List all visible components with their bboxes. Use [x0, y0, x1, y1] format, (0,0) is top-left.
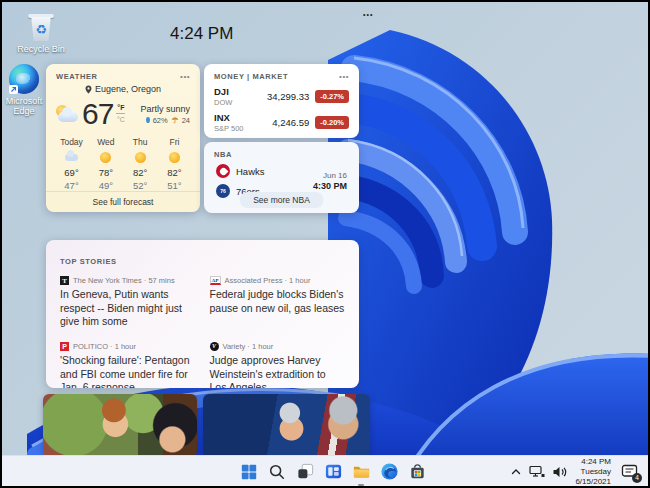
celsius-option[interactable]: °C	[117, 116, 125, 123]
weather-location[interactable]: Eugene, Oregon	[95, 84, 161, 94]
game-time: 4:30 PM	[313, 181, 347, 191]
windows-desktop: ♻ Recycle Bin Microsoft Edge 4:24 PM •••…	[0, 0, 650, 488]
nyt-source-icon: T	[60, 276, 69, 285]
story-headline: Federal judge blocks Biden's pause on ne…	[210, 288, 346, 315]
task-view-icon	[296, 462, 315, 481]
widgets-button[interactable]	[319, 456, 347, 487]
tray-date: 6/15/2021	[575, 477, 611, 487]
chevron-up-icon	[510, 466, 522, 478]
umbrella-icon	[171, 116, 179, 124]
edge-shortcut-icon[interactable]: Microsoft Edge	[2, 64, 46, 117]
location-pin-icon	[85, 85, 92, 94]
story-item-politico[interactable]: P POLITICO · 1 hour 'Shocking failure': …	[60, 342, 196, 388]
sun-icon	[135, 152, 146, 163]
story-item-variety[interactable]: V Variety · 1 hour Judge approves Harvey…	[210, 342, 346, 388]
see-full-forecast-link[interactable]: See full forecast	[46, 191, 200, 212]
story-meta: Variety · 1 hour	[223, 342, 274, 351]
microsoft-store-icon	[408, 462, 427, 481]
story-headline: In Geneva, Putin wants respect -- Biden …	[60, 288, 196, 329]
precipitation-drop-icon	[146, 117, 150, 123]
away-team-name: Hawks	[236, 166, 265, 177]
story-item-ap[interactable]: AP Associated Press · 1 hour Federal jud…	[210, 276, 346, 329]
notification-center-button[interactable]: 4	[618, 460, 642, 484]
speaker-icon	[552, 465, 568, 479]
tray-time: 4:24 PM	[575, 457, 611, 467]
edge-shortcut-label: Microsoft Edge	[2, 96, 46, 117]
edge-button[interactable]	[375, 456, 403, 487]
sun-icon	[169, 152, 180, 163]
away-team-row[interactable]: Hawks	[216, 164, 265, 178]
market-widget[interactable]: MONEY | MARKET ••• DJI DOW 34,299.33 -0.…	[204, 64, 359, 138]
search-icon	[268, 463, 286, 481]
widgets-panel-clock: 4:24 PM	[170, 24, 233, 44]
forecast-day-fri[interactable]: Fri 82° 51°	[158, 137, 191, 191]
market-title: MONEY | MARKET	[214, 72, 288, 81]
story-meta: The New York Times · 57 mins	[73, 276, 175, 285]
running-app-indicator	[358, 484, 364, 487]
microsoft-store-button[interactable]	[403, 456, 431, 487]
weather-title: WEATHER	[56, 72, 98, 81]
story-item-nyt[interactable]: T The New York Times · 57 mins In Geneva…	[60, 276, 196, 329]
forecast-day-thu[interactable]: Thu 82° 52°	[124, 137, 157, 191]
sixers-logo-icon: 76	[216, 184, 230, 198]
market-row-inx[interactable]: INX S&P 500 4,246.59 -0.20%	[204, 107, 359, 133]
story-headline: Judge approves Harvey Weinstein's extrad…	[210, 354, 346, 388]
news-photo-senators[interactable]	[203, 394, 370, 457]
cloud-icon	[65, 154, 78, 161]
story-headline: 'Shocking failure': Pentagon and FBI com…	[60, 354, 196, 388]
precipitation-value: 62%	[153, 116, 168, 125]
edge-icon	[380, 462, 399, 481]
start-button[interactable]	[235, 456, 263, 487]
taskbar: 4:24 PM Tuesday 6/15/2021 4	[2, 455, 648, 486]
windows-logo-icon	[240, 463, 258, 481]
network-button[interactable]	[529, 465, 545, 478]
nba-widget[interactable]: NBA Hawks 76 76ers Jun 16 4:30 PM See mo…	[204, 142, 359, 213]
change-badge: -0.27%	[315, 90, 349, 103]
widgets-icon	[324, 462, 343, 481]
network-icon	[529, 465, 545, 478]
story-meta: Associated Press · 1 hour	[225, 276, 311, 285]
search-button[interactable]	[263, 456, 291, 487]
fahrenheit-option[interactable]: °F	[117, 104, 124, 111]
market-menu-button[interactable]: •••	[339, 74, 349, 80]
recycle-bin-label: Recycle Bin	[12, 44, 70, 54]
notification-count-badge: 4	[632, 473, 642, 483]
recycle-symbol-icon: ♻	[30, 17, 52, 41]
see-more-nba-button[interactable]: See more NBA	[239, 192, 324, 208]
tray-day: Tuesday	[575, 467, 611, 477]
partly-sunny-icon	[54, 105, 80, 124]
weather-widget[interactable]: WEATHER ••• Eugene, Oregon 67 °F °C Part…	[46, 64, 200, 212]
hawks-logo-icon	[216, 164, 230, 178]
nba-title: NBA	[214, 150, 232, 159]
widgets-panel-menu-dots[interactable]: •••	[363, 11, 373, 18]
aqi-value: 24	[182, 116, 190, 125]
recycle-bin-icon[interactable]: ♻ Recycle Bin	[12, 14, 70, 54]
tray-chevron-button[interactable]	[510, 466, 522, 478]
forecast-day-wed[interactable]: Wed 78° 49°	[89, 137, 122, 191]
file-explorer-button[interactable]	[347, 456, 375, 487]
file-explorer-icon	[352, 462, 371, 481]
shortcut-arrow-icon	[9, 85, 18, 94]
sun-icon	[100, 152, 111, 163]
weather-condition: Partly sunny	[140, 104, 190, 114]
volume-button[interactable]	[552, 465, 568, 479]
top-stories-title: TOP STORIES	[60, 257, 117, 266]
ap-source-icon: AP	[210, 276, 221, 285]
story-meta: POLITICO · 1 hour	[73, 342, 136, 351]
weather-menu-button[interactable]: •••	[180, 74, 190, 80]
variety-source-icon: V	[210, 342, 219, 351]
recycle-bin-glyph: ♻	[28, 14, 54, 42]
game-date: Jun 16	[313, 171, 347, 180]
task-view-button[interactable]	[291, 456, 319, 487]
unit-toggle[interactable]: °F °C	[116, 104, 125, 123]
news-photo-harry-meghan[interactable]	[43, 394, 197, 457]
edge-logo-icon	[9, 64, 39, 94]
tray-clock[interactable]: 4:24 PM Tuesday 6/15/2021	[575, 457, 611, 487]
change-badge: -0.20%	[315, 116, 349, 129]
politico-source-icon: P	[60, 342, 69, 351]
current-temperature: 67	[82, 97, 113, 131]
top-stories-widget[interactable]: TOP STORIES T The New York Times · 57 mi…	[46, 240, 359, 388]
market-row-dji[interactable]: DJI DOW 34,299.33 -0.27%	[204, 81, 359, 107]
forecast-day-today[interactable]: Today 69° 47°	[55, 137, 88, 191]
